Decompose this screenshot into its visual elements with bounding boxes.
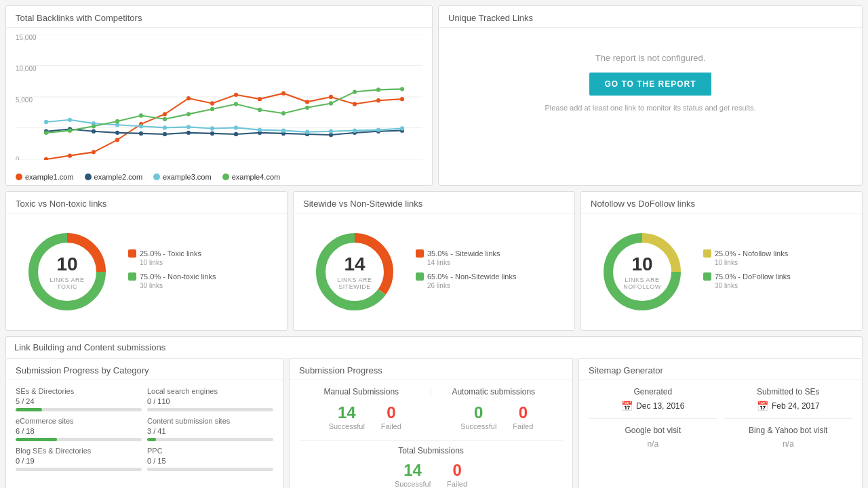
- svg-text:10,000: 10,000: [16, 65, 37, 73]
- sitewide-legend-count-1: 14 links: [427, 259, 500, 266]
- legend-dot-1: [16, 174, 22, 180]
- nofollow-legend-2: 75.0% - DoFollow links 30 links: [703, 272, 791, 289]
- sub-bar-3: [147, 438, 273, 441]
- sub-label-1: Local search engines: [147, 387, 273, 395]
- toxic-legend-2: 75.0% - Non-toxic links 30 links: [128, 272, 216, 289]
- svg-point-52: [305, 130, 309, 134]
- sub-label-5: PPC: [147, 447, 273, 455]
- auto-failed: 0 Failed: [513, 403, 533, 430]
- sitemap-bing-label: Bing & Yahoo bot visit: [724, 426, 853, 435]
- sitewide-title: Sitewide vs Non-Sitewide links: [294, 192, 574, 214]
- submission-title: Submission Progress by Category: [6, 359, 283, 380]
- sub-item-1: Local search engines 0 / 110: [147, 387, 273, 411]
- nofollow-legend: 25.0% - Nofollow links 10 links 75.0% - …: [703, 249, 791, 296]
- sitewide-legend-text-1: 35.0% - Sitewide links: [427, 249, 500, 259]
- svg-point-41: [44, 120, 48, 124]
- sub-fill-0: [16, 408, 42, 411]
- bottom-header: Link Building and Content submissions: [5, 336, 863, 358]
- sitewide-label: LINKS ARE SITEWIDE: [331, 277, 378, 290]
- manual-values: 14 Successful 0 Failed: [299, 403, 431, 430]
- card-nofollow: Nofollow vs DoFollow links 10 LINKS ARE …: [580, 191, 863, 331]
- sitewide-number: 14: [331, 253, 378, 275]
- manual-failed-label: Failed: [381, 422, 401, 430]
- svg-point-47: [186, 125, 191, 129]
- toxic-title: Toxic vs Non-toxic links: [6, 192, 287, 214]
- go-to-report-button[interactable]: GO TO THE REPORT: [589, 73, 711, 96]
- bottom-section: Link Building and Content submissions Su…: [5, 336, 863, 488]
- nofollow-legend-text-1: 25.0% - Nofollow links: [715, 249, 788, 259]
- svg-point-57: [44, 131, 48, 135]
- sitemap-sub-value: 📅 Feb 24, 2017: [724, 401, 853, 411]
- svg-point-51: [281, 128, 285, 132]
- sub-count-0: 5 / 24: [16, 397, 142, 405]
- svg-point-31: [186, 131, 191, 135]
- sitemap-gen-date: Dec 13, 2016: [636, 401, 684, 411]
- nofollow-content: 10 LINKS ARE NOFOLLOW 25.0% - Nofollow l…: [581, 214, 862, 330]
- sitewide-legend: 35.0% - Sitewide links 14 links 65.0% - …: [416, 249, 516, 296]
- progress-content: Manual Submissions 14 Successful 0 Faile…: [290, 380, 572, 488]
- total-success-num: 14: [395, 461, 431, 480]
- svg-point-54: [353, 128, 357, 132]
- sitemap-gen-label: Generated: [589, 387, 717, 396]
- sub-bar-4: [16, 468, 142, 471]
- svg-point-22: [353, 102, 357, 106]
- tracked-title: Unique Tracked Links: [439, 6, 862, 28]
- card-submission: Submission Progress by Category SEs & Di…: [5, 358, 283, 488]
- nofollow-legend-1: 25.0% - Nofollow links 10 links: [703, 249, 791, 266]
- manual-success-label: Successful: [329, 422, 365, 430]
- legend-dot-2: [85, 174, 92, 180]
- svg-point-59: [92, 124, 96, 128]
- sitewide-legend-box-1: [416, 249, 424, 258]
- svg-point-33: [234, 132, 238, 136]
- sub-label-0: SEs & Directories: [16, 387, 142, 395]
- svg-point-68: [305, 106, 309, 110]
- sub-bar-0: [16, 408, 142, 411]
- svg-point-53: [329, 129, 333, 134]
- card-toxic: Toxic vs Non-toxic links 10 LINKS ARE TO…: [5, 191, 288, 331]
- toxic-legend: 25.0% - Toxic links 10 links 75.0% - Non…: [128, 249, 216, 296]
- sub-item-5: PPC 0 / 15: [147, 447, 273, 471]
- svg-text:5,000: 5,000: [16, 96, 33, 104]
- legend-item-2: example2.com: [85, 173, 143, 181]
- card-sitemap: Sitemap Generator Generated 📅 Dec 13, 20…: [578, 358, 863, 488]
- nofollow-donut-wrap: 10 LINKS ARE NOFOLLOW: [595, 224, 690, 319]
- svg-point-14: [163, 112, 167, 116]
- manual-section: Manual Submissions 14 Successful 0 Faile…: [299, 387, 431, 430]
- sub-label-2: eCommerce sites: [16, 417, 142, 425]
- backlinks-chart-area: 15,000 10,000 5,000 0: [6, 28, 432, 170]
- svg-point-55: [376, 127, 380, 131]
- svg-point-48: [210, 126, 214, 130]
- toxic-number: 10: [43, 253, 91, 275]
- middle-row: Toxic vs Non-toxic links 10 LINKS ARE TO…: [5, 191, 863, 331]
- sitemap-grid: Generated 📅 Dec 13, 2016 Submitted to SE…: [589, 387, 852, 449]
- sub-count-5: 0 / 15: [147, 457, 273, 465]
- svg-point-72: [400, 87, 404, 91]
- total-success-label: Successful: [395, 480, 431, 488]
- sitemap-gen-value: 📅 Dec 13, 2016: [589, 401, 717, 411]
- manual-success-num: 14: [329, 403, 365, 422]
- legend-item-1: example1.com: [16, 173, 74, 181]
- sitewide-legend-text-2: 65.0% - Non-Sitewide links: [427, 272, 516, 282]
- toxic-content: 10 LINKS ARE TOXIC 25.0% - Toxic links 1…: [6, 214, 287, 330]
- svg-point-27: [92, 129, 96, 134]
- svg-point-66: [258, 108, 262, 112]
- sub-fill-2: [16, 438, 57, 441]
- svg-point-12: [115, 138, 119, 142]
- auto-values: 0 Successful 0 Failed: [431, 403, 564, 430]
- svg-point-24: [400, 97, 404, 101]
- backlinks-svg: 15,000 10,000 5,000 0: [16, 35, 422, 160]
- prog-divider: [299, 440, 563, 441]
- svg-point-46: [163, 125, 167, 129]
- svg-point-65: [234, 102, 238, 106]
- sitewide-donut-wrap: 14 LINKS ARE SITEWIDE: [307, 224, 402, 319]
- sitemap-sub-label: Submitted to SEs: [724, 387, 853, 396]
- sitemap-title: Sitemap Generator: [579, 359, 862, 380]
- sub-bar-1: [147, 408, 273, 411]
- nofollow-legend-count-1: 10 links: [715, 259, 788, 266]
- svg-point-29: [139, 131, 143, 136]
- toxic-legend-text-1: 25.0% - Toxic links: [140, 249, 201, 259]
- toxic-center: 10 LINKS ARE TOXIC: [43, 253, 91, 290]
- svg-point-19: [281, 92, 285, 96]
- sub-fill-3: [147, 438, 156, 441]
- svg-point-69: [329, 101, 333, 105]
